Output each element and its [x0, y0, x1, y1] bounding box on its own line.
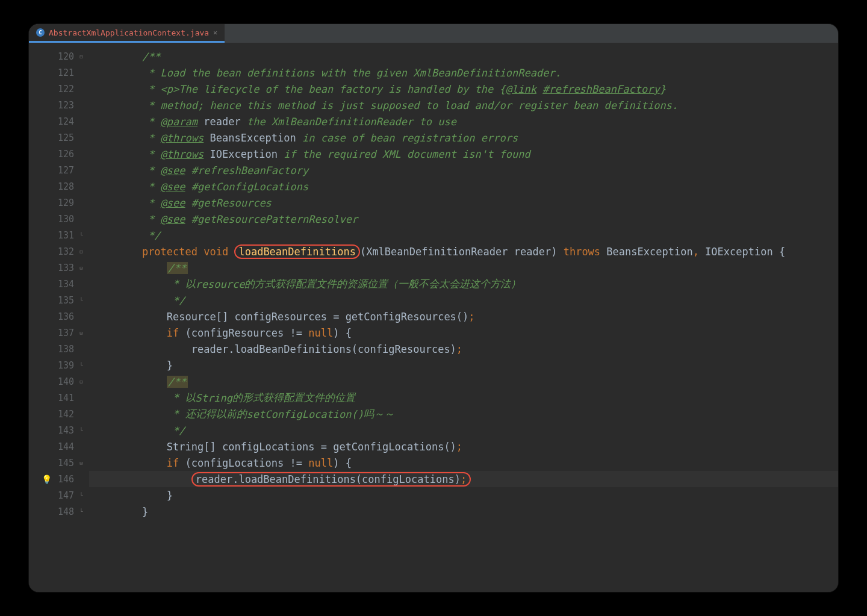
- code-token: if the required XML document isn't found: [284, 148, 530, 160]
- code-line[interactable]: String[] configLocations = getConfigLoca…: [89, 438, 838, 455]
- fold-icon[interactable]: └: [78, 428, 84, 434]
- code-token: The lifecycle of the bean factory is han…: [179, 83, 505, 95]
- gutter-row[interactable]: 💡146: [29, 471, 89, 487]
- gutter-row[interactable]: 126: [29, 146, 89, 162]
- code-line[interactable]: * 还记得以前的setConfigLocation()吗～～: [89, 406, 838, 422]
- code-token: */: [93, 425, 185, 437]
- code-token: IOException {: [705, 246, 785, 258]
- tab-active[interactable]: C AbstractXmlApplicationContext.java ✕: [29, 24, 225, 43]
- code-line[interactable]: if (configLocations != null) {: [89, 455, 838, 471]
- gutter-row[interactable]: 130: [29, 211, 89, 227]
- code-token: String[] configLocations = getConfigLoca…: [93, 441, 456, 453]
- line-number: 132: [52, 246, 74, 257]
- gutter-row[interactable]: 128: [29, 178, 89, 194]
- fold-icon[interactable]: ⊟: [78, 460, 84, 466]
- fold-icon[interactable]: └: [78, 362, 84, 369]
- code-line[interactable]: /**: [89, 260, 838, 276]
- code-token: reader.loadBeanDefinitions(configLocatio…: [196, 473, 461, 485]
- code-token: String: [196, 392, 232, 404]
- code-token: resource: [196, 278, 245, 290]
- gutter-row[interactable]: 136: [29, 308, 89, 325]
- gutter-row[interactable]: 139└: [29, 357, 89, 373]
- line-number: 142: [52, 409, 74, 420]
- code-line[interactable]: * Load the bean definitions with the giv…: [89, 64, 838, 81]
- gutter-row[interactable]: 138: [29, 341, 89, 357]
- code-line[interactable]: /**: [89, 373, 838, 390]
- fold-icon[interactable]: └: [78, 509, 84, 515]
- gutter-row[interactable]: 142: [29, 406, 89, 422]
- code-line[interactable]: * @see #getResourcePatternResolver: [89, 211, 838, 227]
- code-line[interactable]: * @param reader the XmlBeanDefinitionRea…: [89, 113, 838, 129]
- fold-icon[interactable]: └: [78, 297, 84, 303]
- java-class-icon: C: [36, 28, 45, 37]
- code-line[interactable]: * <p>The lifecycle of the bean factory i…: [89, 81, 838, 97]
- fold-icon[interactable]: ⊟: [78, 330, 84, 336]
- fold-icon[interactable]: ⊟: [78, 265, 84, 271]
- gutter-row[interactable]: 145⊟: [29, 455, 89, 471]
- gutter-row[interactable]: 137⊟: [29, 325, 89, 341]
- line-number: 124: [52, 116, 74, 127]
- gutter-row[interactable]: 127: [29, 162, 89, 178]
- code-line[interactable]: * 以String的形式获得配置文件的位置: [89, 390, 838, 406]
- gutter-row[interactable]: 131└: [29, 227, 89, 243]
- gutter-row[interactable]: 121: [29, 64, 89, 81]
- code-line[interactable]: * @see #getResources: [89, 194, 838, 211]
- line-number: 137: [52, 328, 74, 338]
- code-line[interactable]: * @see #getConfigLocations: [89, 178, 838, 194]
- gutter-row[interactable]: 144: [29, 438, 89, 455]
- gutter-row[interactable]: 120⊟: [29, 48, 89, 64]
- gutter-row[interactable]: 147└: [29, 487, 89, 503]
- code-line[interactable]: /**: [89, 48, 838, 64]
- code-line[interactable]: * @throws BeansException in case of bean…: [89, 129, 838, 146]
- gutter[interactable]: 120⊟121122123124125126127128129130131└13…: [29, 43, 89, 592]
- gutter-row[interactable]: 122: [29, 81, 89, 97]
- fold-icon[interactable]: ⊟: [78, 379, 84, 385]
- line-number: 125: [52, 132, 74, 143]
- code-line[interactable]: }: [89, 487, 838, 503]
- code-line[interactable]: reader.loadBeanDefinitions(configLocatio…: [89, 471, 838, 487]
- fold-icon: [78, 86, 84, 92]
- fold-icon: [78, 135, 84, 141]
- code-token: ;: [456, 343, 462, 355]
- fold-icon[interactable]: ⊟: [78, 54, 84, 60]
- code-token: @throws: [161, 148, 204, 160]
- code-token: * 以: [93, 277, 196, 291]
- gutter-row[interactable]: 125: [29, 129, 89, 146]
- code-line[interactable]: * @see #refreshBeanFactory: [89, 162, 838, 178]
- gutter-row[interactable]: 140⊟: [29, 373, 89, 390]
- gutter-row[interactable]: 129: [29, 194, 89, 211]
- code-token: the XmlBeanDefinitionReader to use: [247, 116, 456, 128]
- gutter-row[interactable]: 132⊟: [29, 243, 89, 260]
- line-number: 139: [52, 360, 74, 371]
- gutter-row[interactable]: 133⊟: [29, 260, 89, 276]
- gutter-row[interactable]: 135└: [29, 292, 89, 308]
- close-icon[interactable]: ✕: [213, 28, 217, 37]
- code-line[interactable]: */: [89, 422, 838, 438]
- gutter-row[interactable]: 141: [29, 390, 89, 406]
- code-line[interactable]: reader.loadBeanDefinitions(configResourc…: [89, 341, 838, 357]
- gutter-row[interactable]: 134: [29, 276, 89, 292]
- code-line[interactable]: */: [89, 227, 838, 243]
- code-line[interactable]: * @throws IOException if the required XM…: [89, 146, 838, 162]
- fold-icon[interactable]: ⊟: [78, 249, 84, 255]
- code-line[interactable]: * 以resource的方式获得配置文件的资源位置（一般不会太会进这个方法）: [89, 276, 838, 292]
- code-area[interactable]: /** * Load the bean definitions with the…: [89, 43, 838, 592]
- code-line[interactable]: protected void loadBeanDefinitions(XmlBe…: [89, 243, 838, 260]
- code-line[interactable]: * method; hence this method is just supp…: [89, 97, 838, 113]
- code-token: [185, 181, 191, 193]
- intention-bulb-icon[interactable]: 💡: [42, 474, 52, 484]
- code-line[interactable]: if (configResources != null) {: [89, 325, 838, 341]
- code-token: #getResourcePatternResolver: [191, 213, 358, 225]
- code-line[interactable]: }: [89, 503, 838, 520]
- code-line[interactable]: }: [89, 357, 838, 373]
- gutter-row[interactable]: 143└: [29, 422, 89, 438]
- gutter-row[interactable]: 123: [29, 97, 89, 113]
- code-line[interactable]: */: [89, 292, 838, 308]
- gutter-row[interactable]: 148└: [29, 503, 89, 520]
- code-line[interactable]: Resource[] configResources = getConfigRe…: [89, 308, 838, 325]
- fold-icon[interactable]: └: [78, 493, 84, 499]
- code-token: if: [167, 457, 185, 469]
- gutter-row[interactable]: 124: [29, 113, 89, 129]
- editor[interactable]: 120⊟121122123124125126127128129130131└13…: [29, 43, 838, 592]
- fold-icon[interactable]: └: [78, 232, 84, 238]
